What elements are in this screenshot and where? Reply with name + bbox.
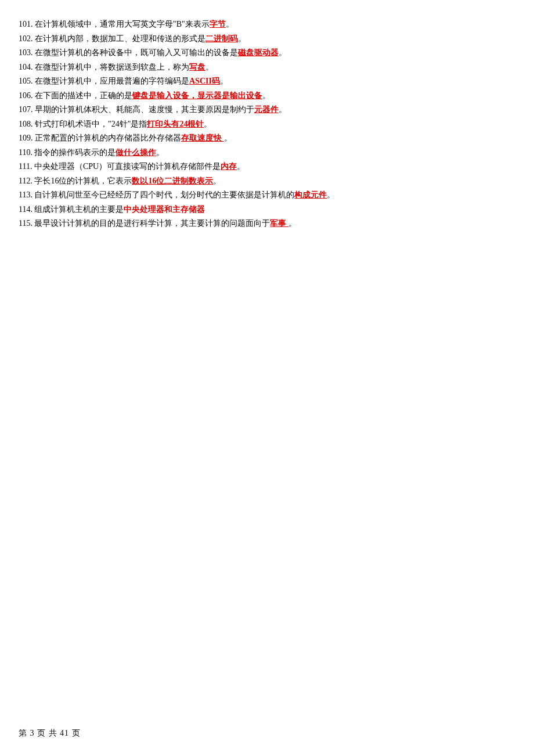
item-number: 107. — [19, 105, 35, 114]
item-answer: 磁盘驱动器 — [238, 48, 279, 57]
item-text-post: 。 — [279, 105, 287, 114]
question-list: 101. 在计算机领域中，通常用大写英文字母"B"来表示字节。102. 在计算机… — [19, 17, 515, 231]
question-item: 101. 在计算机领域中，通常用大写英文字母"B"来表示字节。 — [19, 17, 515, 32]
item-answer: 数以16位二进制数表示 — [132, 177, 213, 185]
item-text-post: 。 — [237, 162, 245, 171]
item-text-pre: 正常配置的计算机的内存储器比外存储器 — [35, 134, 181, 142]
item-text-pre: 组成计算机主机的主要是 — [34, 205, 124, 214]
item-answer: 构成元件 — [294, 190, 327, 199]
item-number: 104. — [19, 63, 35, 71]
item-text-post: 。 — [238, 34, 246, 43]
item-number: 111. — [19, 162, 34, 171]
item-answer: 字节 — [210, 20, 226, 28]
item-text-pre: 指令的操作码表示的是 — [34, 148, 116, 157]
item-text-post: 。 — [288, 219, 297, 228]
item-answer: ASCII码 — [189, 77, 220, 85]
item-answer: 打印头有24根针 — [147, 120, 204, 128]
question-item: 115. 最早设计计算机的目的是进行科学计算，其主要计算的问题面向于军事 。 — [19, 217, 515, 231]
item-text-post: 。 — [204, 120, 212, 128]
item-number: 105. — [19, 77, 35, 85]
item-text-pre: 在计算机领域中，通常用大写英文字母"B"来表示 — [35, 20, 210, 28]
item-answer: 做什么操作 — [116, 148, 156, 157]
item-text-post: 。 — [220, 77, 228, 85]
question-item: 110. 指令的操作码表示的是做什么操作。 — [19, 146, 515, 160]
item-number: 103. — [19, 48, 35, 57]
question-item: 104. 在微型计算机中，将数据送到软盘上，称为写盘。 — [19, 60, 515, 75]
item-text-pre: 在下面的描述中，正确的是 — [35, 91, 132, 100]
item-text-post: 。 — [327, 190, 335, 199]
item-answer: 键盘是输入设备，显示器是输出设备 — [132, 91, 262, 100]
item-text-pre: 在微型计算机的各种设备中，既可输入又可输出的设备是 — [35, 48, 238, 57]
item-answer: 内存 — [221, 162, 237, 171]
item-text-post: 。 — [156, 148, 164, 157]
question-item: 103. 在微型计算机的各种设备中，既可输入又可输出的设备是磁盘驱动器。 — [19, 46, 515, 60]
item-text-pre: 在微型计算机中，将数据送到软盘上，称为 — [35, 63, 189, 71]
question-item: 111. 中央处理器（CPU）可直接读写的计算机存储部件是内存。 — [19, 160, 515, 174]
item-text-pre: 自计算机问世至今已经经历了四个时代，划分时代的主要依据是计算机的 — [34, 190, 294, 199]
item-text-post: 。 — [279, 48, 287, 57]
question-item: 113. 自计算机问世至今已经经历了四个时代，划分时代的主要依据是计算机的构成元… — [19, 188, 515, 203]
question-item: 105. 在微型计算机中，应用最普遍的字符编码是ASCII码。 — [19, 74, 515, 89]
question-item: 107. 早期的计算机体积大、耗能高、速度慢，其主要原因是制约于元器件。 — [19, 103, 515, 117]
question-item: 108. 针式打印机术语中，"24针"是指打印头有24根针。 — [19, 117, 515, 132]
item-number: 106. — [19, 91, 35, 100]
item-text-post: 。 — [224, 134, 232, 142]
item-number: 108. — [19, 120, 35, 128]
item-number: 102. — [19, 34, 35, 43]
item-text-post: 。 — [226, 20, 234, 28]
item-answer: 存取速度快 — [181, 134, 224, 142]
item-number: 110. — [19, 148, 34, 157]
item-text-post: 。 — [205, 63, 214, 71]
item-text-pre: 早期的计算机体积大、耗能高、速度慢，其主要原因是制约于 — [35, 105, 254, 114]
question-item: 109. 正常配置的计算机的内存储器比外存储器存取速度快 。 — [19, 131, 515, 146]
item-number: 109. — [19, 134, 35, 142]
item-text-pre: 最早设计计算机的目的是进行科学计算，其主要计算的问题面向于 — [34, 219, 270, 228]
item-answer: 写盘 — [189, 63, 205, 71]
item-number: 101. — [19, 20, 35, 28]
item-text-pre: 字长16位的计算机，它表示 — [34, 177, 132, 185]
question-item: 114. 组成计算机主机的主要是中央处理器和主存储器 — [19, 203, 515, 217]
item-answer: 二进制码 — [205, 34, 238, 43]
item-text-pre: 在计算机内部，数据加工、处理和传送的形式是 — [35, 34, 205, 43]
item-answer: 元器件 — [254, 105, 279, 114]
item-number: 113. — [19, 190, 34, 199]
item-answer: 中央处理器和主存储器 — [124, 205, 205, 214]
item-number: 114. — [19, 205, 34, 214]
item-number: 112. — [19, 177, 34, 185]
item-answer: 军事 — [270, 219, 288, 228]
item-text-pre: 中央处理器（CPU）可直接读写的计算机存储部件是 — [34, 162, 221, 171]
item-number: 115. — [19, 219, 34, 228]
item-text-pre: 针式打印机术语中，"24针"是指 — [35, 120, 147, 128]
item-text-pre: 在微型计算机中，应用最普遍的字符编码是 — [35, 77, 189, 85]
question-item: 102. 在计算机内部，数据加工、处理和传送的形式是二进制码。 — [19, 32, 515, 46]
page-footer: 第 3 页 共 41 页 — [19, 728, 81, 739]
item-text-post: 。 — [213, 177, 221, 185]
question-item: 106. 在下面的描述中，正确的是键盘是输入设备，显示器是输出设备。 — [19, 89, 515, 103]
item-text-post: 。 — [262, 91, 270, 100]
question-item: 112. 字长16位的计算机，它表示数以16位二进制数表示。 — [19, 174, 515, 189]
